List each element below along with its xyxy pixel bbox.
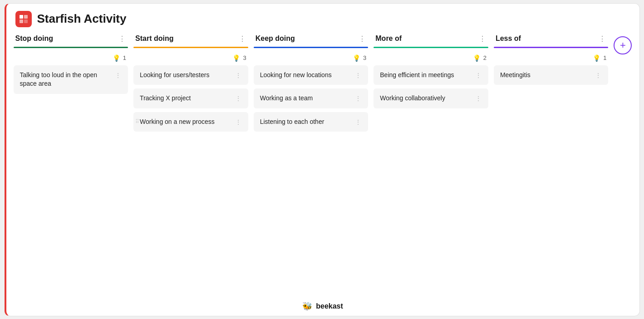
svg-rect-2	[20, 20, 23, 23]
card-text-more-of-0: Being efficient in meetings	[380, 71, 472, 80]
column-count-row-more-of: 💡 2	[374, 53, 488, 65]
card-menu-more-of-1[interactable]: ⋮	[475, 94, 482, 102]
card-text-stop-doing-0: Talking too loud in the open space area	[20, 71, 112, 88]
count-badge-less-of: 1	[603, 54, 606, 61]
column-menu-icon-less-of[interactable]: ⋮	[599, 34, 606, 43]
bulb-icon-more-of: 💡	[473, 54, 481, 62]
bulb-icon-start-doing: 💡	[232, 54, 240, 62]
column-count-row-start-doing: 💡 3	[133, 53, 248, 65]
app-container: Starfish Activity Stop doing ⋮ 💡 1 Talki…	[5, 3, 640, 316]
board: Stop doing ⋮ 💡 1 Talking too loud in the…	[6, 34, 639, 297]
add-column-button[interactable]: +	[614, 36, 632, 54]
card-text-more-of-1: Working collaboratively	[380, 94, 472, 103]
column-count-row-stop-doing: 💡 1	[14, 53, 128, 65]
column-header-stop-doing: Stop doing ⋮	[14, 34, 128, 47]
bulb-icon-keep-doing: 💡	[353, 54, 360, 62]
bulb-icon-less-of: 💡	[593, 54, 600, 62]
column-bar-stop-doing	[14, 47, 128, 48]
column-menu-icon-start-doing[interactable]: ⋮	[239, 34, 246, 43]
count-badge-keep-doing: 3	[363, 54, 366, 61]
card-stop-doing-0[interactable]: Talking too loud in the open space area …	[14, 65, 128, 94]
card-text-start-doing-1: Tracking X project	[140, 94, 231, 103]
card-keep-doing-2[interactable]: Listening to each other ⋮	[254, 112, 369, 132]
app-logo	[15, 11, 32, 27]
page-title: Starfish Activity	[37, 12, 127, 26]
card-start-doing-0[interactable]: Looking for users/testers ⋮	[133, 65, 248, 85]
card-menu-start-doing-1[interactable]: ⋮	[235, 94, 242, 102]
card-keep-doing-1[interactable]: Working as a team ⋮	[254, 88, 369, 108]
column-bar-more-of	[374, 47, 488, 48]
column-stop-doing: Stop doing ⋮ 💡 1 Talking too loud in the…	[14, 34, 128, 98]
svg-rect-0	[20, 15, 23, 19]
card-start-doing-1[interactable]: Tracking X project ⋮	[133, 88, 248, 108]
count-badge-stop-doing: 1	[123, 54, 126, 61]
svg-rect-3	[24, 20, 28, 23]
column-title-stop-doing: Stop doing	[15, 34, 54, 43]
card-start-doing-2[interactable]: ⠿ Working on a new process ⋮	[133, 112, 248, 132]
card-menu-less-of-0[interactable]: ⋮	[595, 71, 602, 79]
card-menu-keep-doing-0[interactable]: ⋮	[355, 71, 362, 79]
column-header-start-doing: Start doing ⋮	[133, 34, 248, 47]
column-less-of: Less of ⋮ 💡 1 Meetingitis ⋮	[494, 34, 609, 89]
card-text-keep-doing-0: Looking for new locations	[260, 71, 352, 80]
card-text-keep-doing-2: Listening to each other	[260, 118, 352, 127]
column-start-doing: Start doing ⋮ 💡 3 Looking for users/test…	[133, 34, 248, 136]
card-menu-stop-doing-0[interactable]: ⋮	[115, 71, 122, 79]
column-count-row-less-of: 💡 1	[494, 53, 609, 65]
footer-brand: beekast	[316, 302, 343, 310]
bulb-icon-stop-doing: 💡	[113, 54, 120, 62]
column-more-of: More of ⋮ 💡 2 Being efficient in meeting…	[374, 34, 488, 112]
card-menu-start-doing-0[interactable]: ⋮	[235, 71, 242, 79]
column-bar-start-doing	[133, 47, 248, 48]
column-menu-icon-stop-doing[interactable]: ⋮	[118, 34, 126, 43]
card-menu-keep-doing-2[interactable]: ⋮	[355, 118, 362, 126]
card-more-of-1[interactable]: Working collaboratively ⋮	[374, 88, 488, 108]
column-header-more-of: More of ⋮	[374, 34, 488, 47]
column-header-less-of: Less of ⋮	[494, 34, 609, 47]
add-column-area: +	[614, 34, 632, 54]
count-badge-start-doing: 3	[243, 54, 246, 61]
column-menu-icon-more-of[interactable]: ⋮	[479, 34, 487, 43]
footer: 🐝 beekast	[6, 297, 639, 316]
column-title-start-doing: Start doing	[135, 34, 173, 43]
card-text-start-doing-0: Looking for users/testers	[140, 71, 231, 80]
column-title-keep-doing: Keep doing	[256, 34, 295, 43]
column-bar-less-of	[494, 47, 609, 48]
card-text-less-of-0: Meetingitis	[500, 71, 592, 80]
card-menu-keep-doing-1[interactable]: ⋮	[355, 94, 362, 102]
column-title-more-of: More of	[375, 34, 402, 43]
column-keep-doing: Keep doing ⋮ 💡 3 Looking for new locatio…	[254, 34, 369, 136]
beekast-logo-icon: 🐝	[302, 301, 312, 311]
card-less-of-0[interactable]: Meetingitis ⋮	[494, 65, 609, 85]
column-title-less-of: Less of	[496, 34, 521, 43]
drag-handle: ⠿	[135, 118, 139, 125]
card-menu-more-of-0[interactable]: ⋮	[475, 71, 482, 79]
column-header-keep-doing: Keep doing ⋮	[254, 34, 369, 47]
count-badge-more-of: 2	[483, 54, 487, 61]
card-text-keep-doing-1: Working as a team	[260, 94, 352, 103]
card-text-start-doing-2: Working on a new process	[140, 118, 231, 127]
svg-rect-1	[24, 15, 28, 19]
card-keep-doing-0[interactable]: Looking for new locations ⋮	[254, 65, 369, 85]
column-count-row-keep-doing: 💡 3	[254, 53, 369, 65]
column-bar-keep-doing	[254, 47, 369, 48]
column-menu-icon-keep-doing[interactable]: ⋮	[359, 34, 366, 43]
card-more-of-0[interactable]: Being efficient in meetings ⋮	[374, 65, 488, 85]
header: Starfish Activity	[6, 4, 639, 34]
card-menu-start-doing-2[interactable]: ⋮	[235, 118, 242, 126]
